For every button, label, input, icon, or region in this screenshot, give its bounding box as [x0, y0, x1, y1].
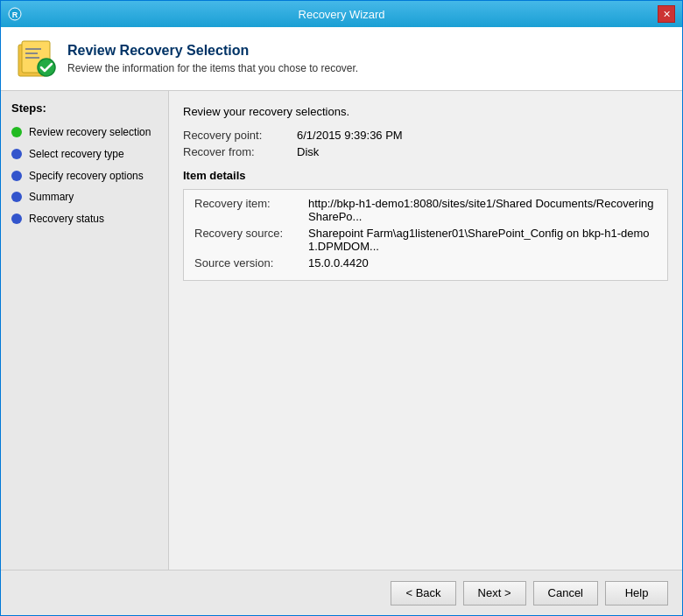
sidebar-label: Summary [29, 190, 74, 205]
item-details-box: Recovery item: http://bkp-h1-demo1:8080/… [183, 189, 668, 281]
dot-blue-icon [11, 149, 22, 159]
cancel-button[interactable]: Cancel [533, 581, 598, 606]
close-button[interactable]: ✕ [658, 5, 675, 23]
recovery-point-value: 6/1/2015 9:39:36 PM [297, 129, 668, 142]
window-controls: ✕ [658, 5, 675, 23]
main-panel: Review your recovery selections. Recover… [169, 91, 682, 570]
sidebar-item-summary[interactable]: Summary [1, 186, 168, 208]
app-icon: R [8, 7, 22, 21]
dot-blue-icon [11, 171, 22, 181]
recover-from-label: Recover from: [183, 145, 297, 158]
sidebar-title: Steps: [1, 102, 168, 122]
sidebar-item-recovery-status[interactable]: Recovery status [1, 208, 168, 230]
svg-rect-6 [25, 52, 38, 54]
sidebar-label: Recovery status [29, 212, 104, 227]
header-text: Review Recovery Selection Review the inf… [67, 43, 358, 74]
dot-blue-icon [11, 214, 22, 224]
recovery-item-value: http://bkp-h1-demo1:8080/sites/site1/Sha… [308, 197, 657, 223]
window-title: Recovery Wizard [25, 8, 658, 21]
sidebar-item-review-recovery-selection[interactable]: Review recovery selection [1, 122, 168, 144]
sidebar-label: Review recovery selection [29, 125, 151, 140]
recovery-item-row: Recovery item: http://bkp-h1-demo1:8080/… [194, 197, 657, 223]
recovery-wizard-window: R Recovery Wizard ✕ Review Recovery Sele… [0, 0, 683, 616]
recovery-source-value: Sharepoint Farm\ag1listener01\SharePoint… [308, 227, 657, 253]
recovery-source-row: Recovery source: Sharepoint Farm\ag1list… [194, 227, 657, 253]
source-version-value: 15.0.0.4420 [308, 256, 657, 270]
recover-from-row: Recover from: Disk [183, 145, 668, 158]
sidebar: Steps: Review recovery selection Select … [1, 91, 169, 570]
recovery-point-row: Recovery point: 6/1/2015 9:39:36 PM [183, 129, 668, 142]
sidebar-item-specify-recovery-options[interactable]: Specify recovery options [1, 165, 168, 187]
recover-from-value: Disk [297, 145, 668, 158]
help-button[interactable]: Help [605, 581, 668, 606]
recovery-source-label: Recovery source: [194, 227, 308, 253]
recovery-point-label: Recovery point: [183, 129, 297, 142]
header-title: Review Recovery Selection [67, 43, 358, 59]
header-subtitle: Review the information for the items tha… [67, 62, 358, 74]
main-intro: Review your recovery selections. [183, 105, 668, 118]
svg-text:R: R [12, 10, 18, 19]
content-area: Steps: Review recovery selection Select … [1, 91, 682, 570]
svg-rect-5 [25, 48, 41, 50]
item-details-header: Item details [183, 169, 668, 182]
footer-area: < Back Next > Cancel Help [1, 570, 682, 615]
recovery-item-label: Recovery item: [194, 197, 308, 223]
sidebar-label: Specify recovery options [29, 169, 144, 184]
source-version-row: Source version: 15.0.0.4420 [194, 256, 657, 270]
back-button[interactable]: < Back [391, 581, 455, 606]
next-button[interactable]: Next > [463, 581, 526, 606]
sidebar-item-select-recovery-type[interactable]: Select recovery type [1, 144, 168, 165]
dot-green-icon [11, 127, 22, 137]
source-version-label: Source version: [194, 256, 308, 270]
sidebar-label: Select recovery type [29, 147, 124, 162]
svg-rect-7 [25, 57, 39, 59]
wizard-icon [15, 38, 57, 80]
header-area: Review Recovery Selection Review the inf… [1, 27, 682, 91]
dot-blue-icon [11, 192, 22, 202]
title-bar: R Recovery Wizard ✕ [1, 1, 682, 27]
